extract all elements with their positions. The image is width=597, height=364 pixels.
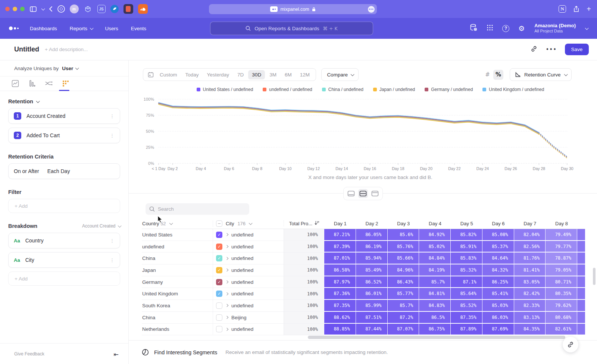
expand-row-icon[interactable] [225,257,228,260]
retention-value-cell[interactable]: 85.52% [450,300,482,312]
retention-value-cell[interactable]: 88.62% [324,312,356,324]
criteria-condition[interactable]: On or After [14,168,39,174]
retention-value-cell[interactable]: 86.25% [482,276,514,288]
retention-value-cell[interactable]: 83.13% [514,312,546,324]
data-management-icon[interactable] [469,23,478,33]
date-range-30d[interactable]: 30D [248,70,265,79]
analyze-uniques-value[interactable]: User [62,66,73,71]
segments-title[interactable]: Find Interesting Segments [154,349,217,355]
apps-grid-icon[interactable] [487,24,493,32]
breakdown-kebab-icon[interactable]: ⋮ [110,258,115,263]
nav-link-events[interactable]: Events [131,26,146,31]
expand-row-icon[interactable] [225,292,228,295]
retention-step-2[interactable]: 2Added To Cart⋮ [8,128,120,143]
date-range-custom[interactable]: Custom [156,70,181,79]
horizontal-scrollbar[interactable] [308,336,565,339]
open-reports-search[interactable]: Open Reports & Dashboards ⌘ + K [210,22,373,35]
retention-value-cell[interactable]: 85.94% [356,252,387,264]
expand-row-icon[interactable] [225,304,228,307]
retention-value-cell[interactable]: 87.97% [324,276,356,288]
help-icon[interactable]: ? [502,25,509,32]
retention-value-cell[interactable]: 81.41% [514,264,546,276]
retention-value-cell[interactable]: 84.35% [514,324,546,336]
retention-value-cell[interactable]: 85.7% [419,276,450,288]
legend-item[interactable]: China / undefined [322,87,363,92]
share-link-fab[interactable] [563,337,578,352]
chevron-down-icon[interactable] [41,8,44,10]
retention-value-cell[interactable]: 87.35% [450,312,482,324]
day-column-header[interactable]: Day 6 [482,221,514,226]
day-column-header[interactable]: Day 4 [419,221,450,226]
retention-value-cell[interactable]: 85.03% [482,300,514,312]
expand-row-icon[interactable] [225,269,228,272]
retention-value-cell[interactable]: 82.42% [514,288,546,300]
percent-icon[interactable]: % [493,70,503,80]
row-country-label[interactable]: South Korea [142,300,213,312]
retention-value-cell[interactable]: 87.89% [450,324,482,336]
legend-item[interactable]: United States / undefined [197,87,253,92]
extension-ring-icon[interactable] [57,5,65,13]
date-range-3m[interactable]: 3M [266,70,280,79]
step-kebab-icon[interactable]: ⋮ [110,133,115,138]
row-country-label[interactable]: Japan [142,264,213,276]
nav-link-users[interactable]: Users [105,26,118,31]
back-icon[interactable] [49,6,53,12]
retention-value-cell[interactable]: 87.07% [387,324,419,336]
row-checkbox[interactable]: ✓ [216,255,222,261]
table-search-input[interactable] [158,206,240,212]
sidebar-toggle-icon[interactable] [30,6,37,12]
day-column-header[interactable]: Day 8 [545,221,577,226]
retention-value-cell[interactable]: 86.75% [419,324,450,336]
retention-value-cell[interactable]: 85.83% [450,252,482,264]
vertical-scrollbar[interactable] [593,268,596,285]
row-checkbox[interactable]: ✓ [216,267,222,273]
retention-value-cell[interactable]: 85.77% [387,288,419,300]
row-checkbox[interactable] [216,314,222,321]
retention-value-cell[interactable]: 78.87% [545,252,577,264]
retention-value-cell[interactable]: 84.92% [419,229,450,241]
day-column-header[interactable]: Day 1 [324,221,356,226]
settings-gear-icon[interactable]: ⚙ [518,24,525,32]
maximize-window-button[interactable] [20,7,25,11]
row-country-label[interactable]: China [142,312,213,324]
retention-value-cell[interactable]: 84.32% [482,264,514,276]
retention-value-cell[interactable]: 80.35% [545,288,577,300]
table-only-icon[interactable] [370,189,380,198]
row-country-label[interactable]: Netherlands [142,324,213,336]
retention-value-cell[interactable]: 79.62% [545,300,577,312]
retention-value-cell[interactable]: 81.76% [514,252,546,264]
compare-button[interactable]: Compare [321,68,359,81]
table-search[interactable] [146,203,249,215]
retention-curve-chart[interactable]: 0%25%50%75%100%< 1 DayDay 2Day 4Day 6Day… [129,94,597,173]
criteria-interval[interactable]: Each Day [47,168,70,174]
city-select-all-checkbox[interactable]: – [216,220,222,227]
retention-value-cell[interactable]: 87.39% [324,241,356,253]
city-column-header[interactable]: –City176 [213,220,284,227]
retention-value-cell[interactable]: 87.1% [450,276,482,288]
retention-value-cell[interactable]: 83.05% [514,276,546,288]
day-column-header[interactable]: Day 2 [356,221,387,226]
retention-value-cell[interactable]: 85.37% [482,241,514,253]
row-country-label[interactable]: United States [142,229,213,241]
legend-item[interactable]: Japan / undefined [373,87,415,92]
retention-value-cell[interactable]: 84.83% [419,300,450,312]
row-checkbox[interactable] [216,302,222,309]
extension-avatar-icon[interactable]: m [70,4,79,13]
more-options-icon[interactable]: ••• [546,46,557,53]
report-title[interactable]: Untitled [14,46,39,53]
legend-item[interactable]: United Kingdom / undefined [482,87,544,92]
nav-link-reports[interactable]: Reports [70,26,93,31]
expand-row-icon[interactable] [225,328,228,331]
retention-value-cell[interactable]: 82.33% [514,300,546,312]
day-column-header[interactable]: Day 5 [450,221,482,226]
site-menu-icon[interactable]: ••• [368,6,375,13]
date-range-6m[interactable]: 6M [281,70,296,79]
retention-step-1[interactable]: 1Account Created⋮ [8,108,120,124]
retention-value-cell[interactable]: 85.7% [387,300,419,312]
retention-value-cell[interactable]: 85.91% [450,241,482,253]
legend-item[interactable]: undefined / undefined [263,87,312,92]
funnels-tab[interactable] [28,79,36,88]
breakdown-add-button[interactable]: + Add [8,272,120,286]
retention-value-cell[interactable]: 87.36% [324,288,356,300]
retention-value-cell[interactable]: 86.05% [356,229,387,241]
